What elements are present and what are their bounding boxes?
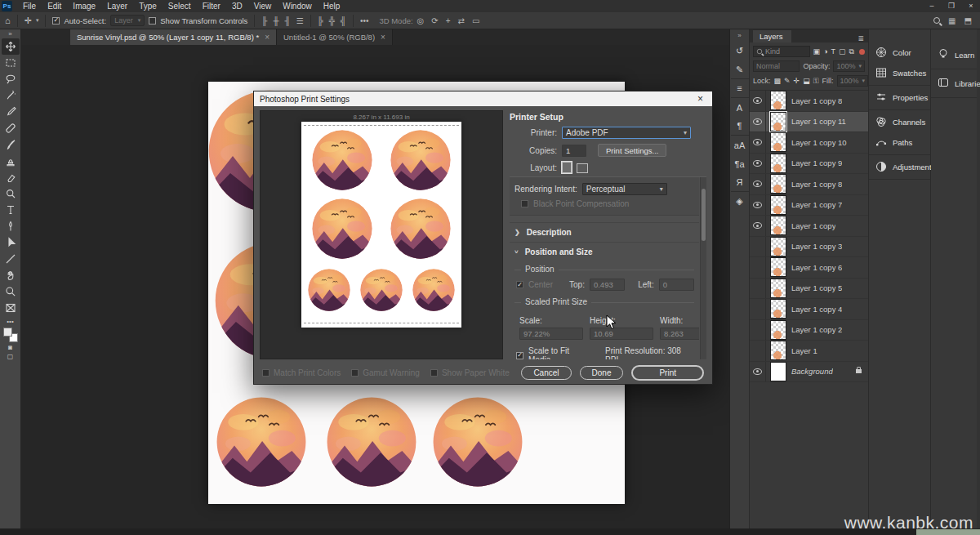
layer-row-0[interactable]: Layer 1 copy 8 (750, 91, 868, 112)
filter-smart-object-icon[interactable]: ⧉ (849, 47, 854, 56)
layout-portrait-icon[interactable] (562, 162, 572, 173)
layer-thumbnail[interactable] (770, 91, 786, 110)
description-section-header[interactable]: ❯ Description (510, 222, 699, 243)
menu-item-layer[interactable]: Layer (101, 0, 133, 12)
dialog-title-bar[interactable]: Photoshop Print Settings × (254, 91, 712, 106)
layer-row-12[interactable]: Layer 1 (750, 341, 868, 362)
panel-swatches[interactable]: Swatches (869, 63, 930, 83)
3d-mode-icon-2[interactable]: + (446, 16, 451, 25)
paragraph-styles-panel-icon[interactable]: ¶a (731, 154, 749, 173)
lock-artboard-icon[interactable]: ⬓ (803, 77, 810, 85)
glyphs-panel-icon[interactable]: Я (731, 173, 749, 192)
menu-item-window[interactable]: Window (277, 0, 318, 12)
panel-menu-icon[interactable]: ≣ (853, 34, 868, 42)
visibility-toggle[interactable] (750, 257, 766, 278)
layer-row-2[interactable]: Layer 1 copy 10 (750, 132, 868, 154)
visibility-toggle[interactable] (750, 91, 766, 111)
align-icon-0[interactable]: ╟ (261, 16, 267, 25)
panel-adjustments[interactable]: Adjustments (869, 157, 930, 177)
lock-move-icon[interactable]: ✛ (794, 77, 800, 85)
menu-item-view[interactable]: View (248, 0, 278, 12)
visibility-toggle[interactable] (750, 132, 766, 153)
layer-row-5[interactable]: Layer 1 copy 7 (750, 195, 868, 216)
workspace-icon[interactable]: ▦ (948, 16, 956, 25)
layer-thumbnail[interactable] (770, 112, 786, 132)
visibility-toggle[interactable] (750, 279, 766, 299)
layer-thumbnail[interactable] (770, 320, 786, 340)
more-tools-icon[interactable]: ••• (7, 318, 13, 325)
visibility-toggle[interactable] (750, 237, 766, 257)
layer-row-11[interactable]: Layer 1 copy 2 (750, 320, 868, 341)
opacity-dropdown[interactable]: 100% ▾ (833, 60, 865, 72)
layer-row-3[interactable]: Layer 1 copy 9 (750, 154, 868, 175)
document-tab-0[interactable]: Sunrise Vinyl.psd @ 50% (Layer 1 copy 11… (70, 29, 277, 45)
close-button[interactable]: × (962, 0, 980, 12)
lock-all-icon[interactable]: ⚿ (813, 77, 819, 86)
done-button[interactable]: Done (580, 366, 624, 380)
auto-select-checkbox[interactable] (52, 17, 60, 25)
panel-properties[interactable]: Properties (869, 87, 930, 108)
paragraph-panel-icon[interactable]: ¶ (731, 117, 749, 136)
layer-thumbnail[interactable] (770, 279, 786, 298)
layer-filter-search[interactable]: Kind (753, 46, 810, 57)
share-icon[interactable]: ⬒ (964, 16, 972, 25)
visibility-toggle[interactable] (750, 299, 766, 319)
distribute-icon-1[interactable]: ╬ (329, 16, 335, 25)
3d-panel-icon[interactable]: ◈ (731, 192, 749, 211)
line-tool[interactable] (2, 251, 20, 267)
fill-dropdown[interactable]: 100% ▾ (837, 75, 869, 87)
move-tool[interactable] (2, 38, 20, 55)
restore-button[interactable]: ❐ (942, 0, 960, 12)
printer-dropdown[interactable]: Adobe PDF ▾ (562, 127, 691, 139)
path-select-tool[interactable] (2, 234, 20, 251)
menu-item-help[interactable]: Help (318, 0, 346, 12)
layer-thumbnail[interactable] (770, 154, 786, 173)
eraser-tool[interactable] (2, 169, 20, 185)
menu-item-type[interactable]: Type (133, 0, 163, 12)
layer-row-6[interactable]: Layer 1 copy (750, 216, 868, 237)
layer-thumbnail[interactable] (770, 195, 786, 215)
more-options-icon[interactable]: ••• (360, 16, 369, 25)
distribute-icon-0[interactable]: ╠ (318, 16, 323, 25)
layout-landscape-icon[interactable] (577, 163, 588, 173)
zoom-tool[interactable] (2, 283, 20, 300)
3d-mode-icon-4[interactable]: ▭ (472, 16, 479, 25)
scale-to-fit-checkbox[interactable] (516, 352, 523, 359)
panel-channels[interactable]: Channels (869, 112, 930, 132)
dialog-close-icon[interactable]: × (694, 93, 706, 105)
menu-item-file[interactable]: File (17, 0, 42, 12)
panel-learn[interactable]: Learn (931, 42, 977, 67)
eyedropper-tool[interactable] (2, 104, 20, 120)
tab-close-icon[interactable]: × (265, 33, 270, 42)
visibility-toggle[interactable] (750, 320, 766, 341)
align-icon-2[interactable]: ╢ (285, 16, 291, 25)
expand-panels-icon[interactable]: » (737, 32, 741, 42)
3d-mode-icon-0[interactable]: ◎ (417, 16, 425, 25)
menu-item-image[interactable]: Image (67, 0, 101, 12)
3d-mode-icon-1[interactable]: ⟳ (431, 16, 438, 25)
show-transform-checkbox[interactable] (149, 17, 156, 25)
spot-heal-tool[interactable] (2, 120, 20, 136)
layer-thumbnail[interactable] (770, 299, 786, 319)
tab-close-icon[interactable]: × (381, 33, 385, 42)
settings-scrollbar[interactable] (700, 177, 706, 359)
clone-stamp-tool[interactable] (2, 153, 20, 169)
foreground-color-chip[interactable] (3, 328, 12, 337)
distribute-icon-2[interactable]: ╣ (341, 16, 346, 25)
copies-input[interactable]: 1 (562, 145, 586, 157)
layer-thumbnail[interactable] (770, 237, 786, 256)
print-settings-button[interactable]: Print Settings... (598, 144, 666, 157)
layer-row-13[interactable]: Background (750, 362, 868, 383)
layer-row-9[interactable]: Layer 1 copy 5 (750, 279, 868, 300)
screen-mode-icon[interactable]: ▢ (7, 353, 14, 360)
filter-type-icon[interactable]: T (831, 47, 836, 56)
rendering-intent-dropdown[interactable]: Perceptual ▾ (582, 183, 667, 195)
brush-tool[interactable] (2, 136, 20, 153)
menu-item-3d[interactable]: 3D (226, 0, 248, 12)
visibility-toggle[interactable] (750, 174, 766, 194)
marquee-tool[interactable] (2, 55, 20, 71)
menu-item-select[interactable]: Select (163, 0, 197, 12)
artboard-tool[interactable] (2, 300, 20, 316)
history-panel-icon[interactable]: ↺ (731, 42, 749, 60)
visibility-toggle[interactable] (750, 154, 766, 174)
